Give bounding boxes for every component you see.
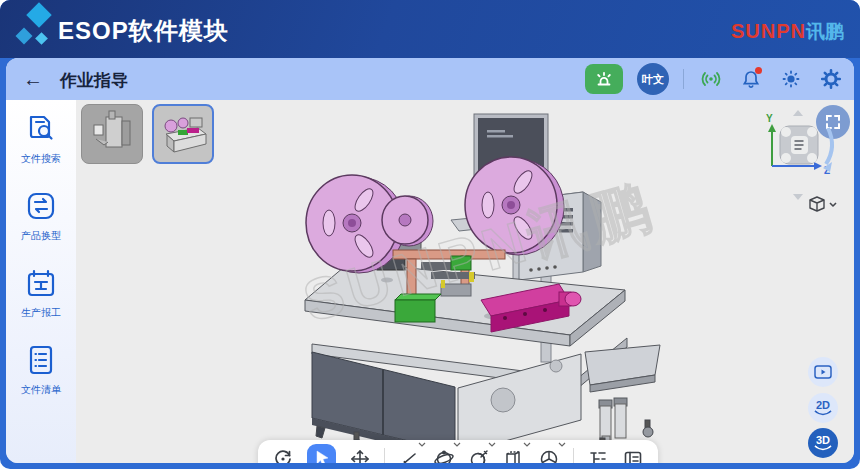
sidebar-item-product-change[interactable]: 产品换型 (21, 189, 61, 243)
rotate-tool-button[interactable] (272, 446, 294, 463)
sidebar-item-file-list[interactable]: 文件清单 (21, 343, 61, 397)
play-video-icon (814, 365, 832, 379)
annotate-sphere-icon (468, 448, 490, 463)
notifications-button[interactable] (738, 66, 764, 92)
settings-button[interactable] (818, 66, 844, 92)
viewcube-axis-y: Y (766, 113, 773, 124)
properties-panel-button[interactable] (622, 446, 644, 463)
cube-icon (808, 194, 838, 214)
view-3d-label: 3D (816, 435, 830, 445)
sidebar-item-label: 产品换型 (21, 229, 61, 243)
product-change-icon (24, 189, 58, 223)
notification-dot (755, 67, 762, 74)
view-2d-label: 2D (816, 400, 830, 410)
projection-select-button[interactable] (808, 194, 838, 214)
broadcast-icon (699, 67, 723, 91)
divider (384, 448, 385, 463)
video-guide-button[interactable] (808, 357, 838, 387)
subbar-actions: 叶文 (585, 58, 844, 100)
app-logo-icon (10, 2, 60, 56)
esop-app-window: ESOP软件模块 SUNPN讯鹏 ← 作业指导 叶文 (0, 0, 860, 469)
back-arrow-icon: ← (23, 68, 43, 91)
brand-logo: SUNPN讯鹏 (731, 19, 844, 45)
viewcube-down-arrow[interactable] (793, 194, 803, 200)
orbit-sphere-icon (433, 448, 455, 463)
annotate-tool-button[interactable] (468, 446, 490, 463)
measure-angle-icon (398, 448, 420, 463)
chevron-down-icon (523, 442, 531, 447)
sidebar-item-label: 生产报工 (21, 306, 61, 320)
chevron-down-icon (418, 442, 426, 447)
sidebar-item-production-report[interactable]: 生产报工 (21, 266, 61, 320)
machine-3d-model[interactable]: SUNPN讯鹏 (291, 104, 663, 460)
sidebar-item-file-search[interactable]: 文件搜索 (21, 112, 61, 166)
view-2d-button[interactable]: 2D (808, 393, 838, 423)
section-tool-button[interactable] (503, 446, 525, 463)
left-sidebar: 文件搜索 产品换型 生产报工 (6, 100, 76, 463)
rotate-icon (272, 448, 294, 463)
tree-list-icon (587, 448, 609, 463)
back-button[interactable]: ← (20, 66, 46, 92)
chevron-down-icon (453, 442, 461, 447)
brand-secondary: 讯鹏 (806, 21, 844, 42)
content-frame: ← 作业指导 叶文 (6, 58, 854, 463)
brightness-button[interactable] (778, 66, 804, 92)
page-title: 作业指导 (60, 69, 128, 92)
user-avatar-badge[interactable]: 叶文 (637, 63, 669, 95)
swap-arrows-icon (813, 445, 833, 452)
file-list-icon (24, 343, 58, 377)
panel-list-icon (622, 448, 644, 463)
model-thumbnail-2-selected[interactable] (152, 104, 214, 164)
model-variant-thumbnail (82, 105, 142, 163)
viewcube-up-arrow[interactable] (793, 110, 803, 116)
swap-arrows-icon (813, 410, 833, 417)
select-cursor-icon (312, 448, 332, 463)
model-viewport[interactable]: SUNPN讯鹏 Y Z (76, 100, 854, 463)
viewcube-navigator[interactable]: Y Z (760, 108, 852, 208)
view-3d-button-active[interactable]: 3D (808, 428, 838, 458)
chevron-down-icon (558, 442, 566, 447)
explode-tool-button[interactable] (538, 446, 560, 463)
sidebar-item-label: 文件搜索 (21, 152, 61, 166)
viewer-toolbar (258, 440, 658, 463)
pan-tool-button[interactable] (349, 446, 371, 463)
pan-move-icon (349, 448, 371, 463)
explode-sphere-icon (538, 448, 560, 463)
measure-tool-button[interactable] (398, 446, 420, 463)
model-variant-thumbnail (154, 106, 212, 162)
app-header: ESOP软件模块 SUNPN讯鹏 (0, 0, 860, 58)
brightness-icon (779, 67, 803, 91)
structure-tree-button[interactable] (587, 446, 609, 463)
brand-primary: SUNPN (731, 20, 806, 42)
chevron-down-icon (488, 442, 496, 447)
app-title: ESOP软件模块 (58, 15, 229, 47)
gear-icon (819, 67, 843, 91)
model-thumbnail-1[interactable] (81, 104, 143, 164)
divider (573, 448, 574, 463)
production-report-icon (24, 266, 58, 300)
sidebar-item-label: 文件清单 (21, 383, 61, 397)
file-search-icon (24, 112, 58, 146)
alarm-light-button[interactable] (585, 64, 623, 94)
orbit-tool-button[interactable] (433, 446, 455, 463)
section-box-icon (503, 448, 525, 463)
sub-toolbar: ← 作业指导 叶文 (6, 58, 854, 100)
select-tool-button-active[interactable] (307, 444, 336, 463)
rotate-view-arrow[interactable] (826, 128, 832, 164)
divider (683, 69, 684, 89)
broadcast-button[interactable] (698, 66, 724, 92)
alarm-light-icon (593, 68, 615, 90)
